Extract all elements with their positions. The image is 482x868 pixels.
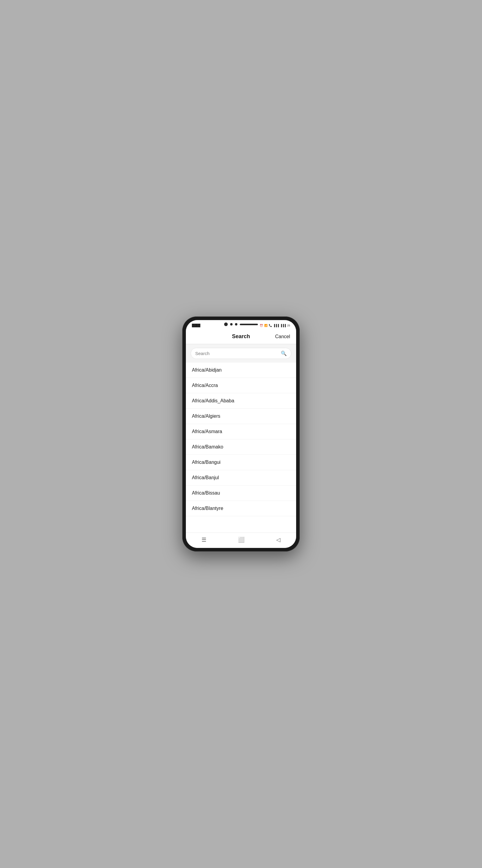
list-item[interactable]: Africa/Accra [186,378,296,393]
camera-dot-small2 [235,323,237,326]
alarm-icon: ⏰ [260,324,263,327]
camera-dot [224,322,228,326]
navigation-bar: Search Cancel [186,330,296,344]
cancel-button[interactable]: Cancel [272,334,290,339]
phone-device: 10:31 ⏰ 📶 📞 ▐▐▐ ▐▐▐ 25 Search Cancel 🔍 [182,316,300,552]
camera-dot-small [230,323,232,326]
search-input[interactable] [195,351,278,356]
list-item[interactable]: Africa/Asmara [186,424,296,439]
bottom-nav-bar: ☰ ⬜ ◁ [186,532,296,548]
phone-screen: 10:31 ⏰ 📶 📞 ▐▐▐ ▐▐▐ 25 Search Cancel 🔍 [186,320,296,548]
search-input-wrapper[interactable]: 🔍 [191,348,291,359]
list-item[interactable]: Africa/Bissau [186,486,296,501]
timezone-list: Africa/AbidjanAfrica/AccraAfrica/Addis_A… [186,363,296,532]
back-button[interactable]: ◁ [276,536,281,543]
page-title: Search [210,333,272,340]
list-item[interactable]: Africa/Blantyre [186,501,296,516]
speaker-bar [240,324,258,325]
list-item[interactable]: Africa/Bamako [186,439,296,455]
search-icon: 🔍 [281,350,287,356]
phone-top-notch [224,322,258,326]
status-time: 10:31 [192,324,200,327]
search-area: 🔍 [186,344,296,363]
list-item[interactable]: Africa/Abidjan [186,363,296,378]
list-item[interactable]: Africa/Algiers [186,409,296,424]
list-item[interactable]: Africa/Banjul [186,470,296,486]
list-item[interactable]: Africa/Addis_Ababa [186,393,296,409]
status-icons: ⏰ 📶 📞 ▐▐▐ ▐▐▐ 25 [260,324,290,327]
signal-icon2: ▐▐▐ [280,324,286,327]
home-button[interactable]: ⬜ [238,536,245,543]
battery-icon: 25 [287,324,290,327]
wifi-icon: 📶 [264,324,267,327]
menu-button[interactable]: ☰ [201,536,206,543]
call-icon: 📞 [269,324,272,327]
signal-icon: ▐▐▐ [273,324,279,327]
list-item[interactable]: Africa/Bangui [186,455,296,470]
